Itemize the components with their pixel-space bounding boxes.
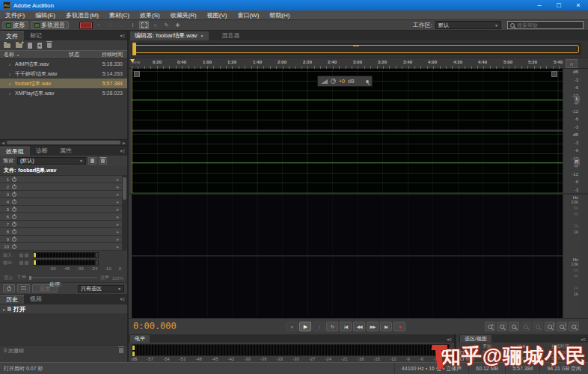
menu-clip[interactable]: 素材(C) (104, 10, 135, 20)
rewind-button[interactable]: ◀◀ (353, 322, 365, 331)
marquee-selection-tool-icon[interactable] (139, 21, 149, 29)
menu-view[interactable]: 视图(V) (202, 10, 233, 20)
effect-slot[interactable]: 2▸ (0, 183, 127, 191)
slot-arrow-icon[interactable]: ▸ (117, 191, 119, 197)
power-icon[interactable] (12, 230, 16, 234)
import-file-icon[interactable] (16, 43, 22, 48)
spectral-display-button[interactable] (79, 22, 93, 29)
loop-button[interactable]: ↻ (326, 322, 338, 331)
zoom-in-button[interactable]: + (485, 322, 495, 331)
display-options-icon[interactable] (551, 71, 557, 77)
chevron-down-icon[interactable]: ▼ (200, 31, 204, 40)
history-entry[interactable]: ▸ 打开 (0, 304, 127, 313)
open-file-icon[interactable] (4, 43, 10, 48)
power-icon[interactable] (12, 215, 16, 219)
effect-slot[interactable]: 4▸ (0, 198, 127, 206)
scroll-right-icon[interactable]: ▶ (121, 141, 127, 145)
slot-arrow-icon[interactable]: ▸ (117, 214, 119, 219)
insert-into-multitrack-icon[interactable] (37, 43, 42, 49)
go-to-end-button[interactable]: ▶| (380, 322, 392, 331)
record-button[interactable]: ● (393, 322, 405, 331)
zoom-reset-button[interactable] (509, 322, 519, 331)
effects-scrollbar[interactable] (122, 176, 127, 251)
search-input[interactable] (517, 22, 577, 28)
effect-slot[interactable]: 3▸ (0, 191, 127, 198)
scroll-left-icon[interactable]: ◀ (0, 141, 6, 145)
new-file-icon[interactable] (28, 43, 32, 49)
rack-power-button[interactable] (3, 284, 15, 292)
zoom-out-button[interactable]: − (497, 322, 507, 331)
menu-window[interactable]: 窗口(W) (232, 10, 264, 20)
pin-icon[interactable] (366, 80, 369, 83)
timeline-ruler[interactable]: hms 0:20 0:40 1:00 1:20 1:40 2:00 2:20 2… (129, 58, 588, 69)
slot-arrow-icon[interactable]: ▸ (117, 236, 119, 242)
spectral-display[interactable]: Hz 10k 6k 4k 2k 1k Hz 10k 6k 4k 2k 1k (129, 193, 588, 318)
tab-files[interactable]: 文件 (0, 31, 24, 40)
effect-slot[interactable]: 7▸ (0, 221, 127, 228)
tab-diagnostics[interactable]: 诊断 (30, 147, 54, 156)
close-button[interactable]: × (569, 0, 588, 10)
power-icon[interactable] (12, 207, 16, 212)
power-icon[interactable] (12, 237, 16, 242)
volume-knob[interactable] (331, 79, 336, 84)
power-icon[interactable] (12, 177, 16, 182)
tab-properties[interactable]: 属性 (54, 147, 78, 156)
power-icon[interactable] (12, 200, 16, 204)
paintbrush-selection-tool-icon[interactable]: ✎ (162, 21, 171, 29)
effect-slot[interactable]: 5▸ (0, 206, 127, 213)
volume-hud[interactable]: +0 dB (317, 76, 373, 87)
channel-options-icon[interactable] (134, 71, 140, 77)
menu-favorites[interactable]: 收藏夹(R) (165, 10, 202, 20)
delete-preset-button[interactable] (99, 157, 107, 165)
zoom-in-amplitude-button[interactable] (521, 322, 531, 331)
effect-slot[interactable]: 1▸ (0, 176, 127, 183)
stop-button[interactable]: ■ (286, 322, 298, 331)
slot-arrow-icon[interactable]: ▸ (117, 206, 119, 212)
spectral-right-channel[interactable] (132, 257, 563, 317)
slot-arrow-icon[interactable]: ▸ (117, 199, 119, 204)
waveform-view-button[interactable]: 波形 (2, 21, 28, 29)
pause-button[interactable]: || (313, 322, 325, 331)
lasso-selection-tool-icon[interactable]: ○ (150, 21, 160, 29)
save-preset-button[interactable] (88, 157, 97, 165)
effect-slot[interactable]: 6▸ (0, 213, 127, 221)
multitrack-view-button[interactable]: 多轨混音 (31, 21, 69, 29)
go-to-start-button[interactable]: |◀ (340, 322, 352, 331)
workspace-dropdown[interactable]: 默认 ▼ (435, 21, 501, 29)
file-row-selected[interactable]: ♪ foobar结果.wav 5:57.384 (0, 79, 127, 88)
zoom-in-point-button[interactable]: | (545, 322, 555, 331)
time-selection-tool-icon[interactable]: I (128, 21, 138, 29)
panel-menu-icon[interactable]: ▾≡ (581, 337, 586, 342)
column-header-name[interactable]: 名称 ▲ (0, 51, 69, 58)
power-icon[interactable] (12, 192, 16, 197)
tab-selection-view[interactable]: 选区/视图 (460, 335, 491, 343)
menu-multitrack[interactable]: 多轨混音(M) (61, 10, 104, 20)
waveform-right-channel[interactable] (132, 132, 563, 193)
help-search-box[interactable] (507, 21, 584, 29)
tab-history[interactable]: 历史 (0, 295, 24, 304)
slot-arrow-icon[interactable]: ▸ (117, 184, 119, 189)
waveform-display[interactable]: dB-3 -6-12 -∞-12 -6-3 L dB-3 -6-12 -∞-12… (129, 69, 588, 193)
file-row[interactable]: ♪ 千千静听结果.wav 5:14.263 (0, 69, 127, 79)
zoom-selection-button[interactable]: ↔ (569, 322, 579, 331)
maximize-button[interactable]: □ (549, 0, 569, 10)
tab-video[interactable]: 视频 (24, 295, 48, 304)
clear-history-icon[interactable] (119, 348, 123, 353)
column-header-duration[interactable]: 持续时间 (93, 51, 127, 58)
preset-dropdown[interactable]: (默认) ▼ (17, 157, 86, 165)
move-tool-icon[interactable]: ↖ (94, 21, 104, 29)
menu-effects[interactable]: 效果(S) (135, 10, 165, 20)
column-header-status[interactable]: 状态 (69, 51, 93, 58)
expand-icon[interactable]: ▸ (3, 307, 5, 312)
effect-slot[interactable]: 8▸ (0, 228, 127, 236)
process-dropdown[interactable]: 只有选区 ▼ (78, 285, 124, 292)
menu-help[interactable]: 帮助(H) (264, 10, 295, 20)
mix-slider[interactable] (29, 278, 97, 278)
play-button[interactable]: ▶ (299, 322, 311, 331)
razor-tool-icon[interactable]: / (105, 21, 115, 29)
slot-arrow-icon[interactable]: ▸ (117, 221, 119, 227)
spot-healing-brush-tool-icon[interactable]: ✚ (173, 21, 183, 29)
waveform-plot[interactable] (132, 69, 563, 193)
navigator-playhead[interactable] (132, 43, 136, 55)
power-icon[interactable] (12, 245, 16, 249)
